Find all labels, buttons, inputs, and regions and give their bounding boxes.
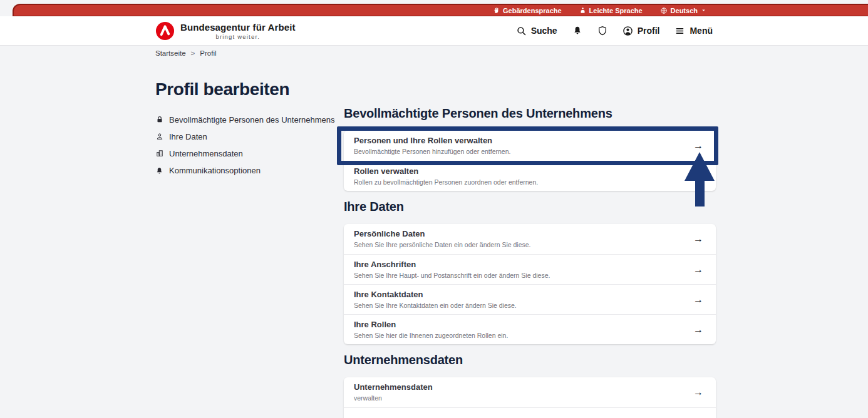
top-bar-link-label: Gebärdensprache: [503, 7, 562, 14]
left-column: Profil bearbeiten Bevollmächtigte Person…: [155, 79, 337, 183]
row-subtitle: Bevollmächtigte Personen hinzufügen oder…: [354, 148, 510, 156]
row-subtitle: Rollen zu bevollmächtigten Personen zuor…: [354, 178, 538, 186]
card-row-link[interactable]: Persönliche DatenSehen Sie Ihre persönli…: [344, 224, 716, 254]
logo-subtitle: bringt weiter.: [215, 33, 260, 40]
lock-icon: [155, 116, 163, 123]
bell-icon: [155, 166, 163, 176]
breadcrumb-item-profil: Profil: [200, 49, 216, 57]
header-action-profile[interactable]: Profil: [623, 26, 660, 36]
row-title: Ihre Anschriften: [354, 260, 550, 270]
top-bar-link-sign-language[interactable]: Gebärdensprache: [493, 7, 562, 14]
row-subtitle: Sehen Sie Ihre Haupt- und Postanschrift …: [354, 272, 550, 280]
arrow-right-icon: →: [693, 387, 703, 398]
row-subtitle: verwalten: [354, 394, 433, 402]
header-action-label: Suche: [531, 26, 557, 36]
header-action-label: Profil: [638, 26, 660, 36]
section-card: Persönliche DatenSehen Sie Ihre persönli…: [344, 224, 716, 344]
top-bar-link-language[interactable]: Deutsch: [660, 7, 706, 14]
row-text: Ihre AnschriftenSehen Sie Ihre Haupt- un…: [354, 260, 550, 280]
card-row-link[interactable]: Rollen verwaltenRollen zu bevollmächtigt…: [344, 161, 716, 191]
search-icon: [516, 26, 527, 36]
page-title: Profil bearbeiten: [155, 79, 337, 100]
row-title: Rollen verwalten: [354, 166, 538, 176]
section-heading: Bevollmächtigte Personen des Unternehmen…: [344, 106, 716, 121]
row-text: Ihre KontaktdatenSehen Sie Ihre Kontaktd…: [354, 290, 517, 310]
header-action-notifications[interactable]: [572, 26, 582, 36]
header-action-label: Menü: [690, 26, 713, 36]
row-text: Persönliche DatenSehen Sie Ihre persönli…: [354, 229, 531, 249]
side-nav-label: Kommunikationsoptionen: [169, 166, 261, 175]
section-card: Personen und Ihre Rollen verwaltenBevoll…: [344, 131, 716, 191]
section-heading: Ihre Daten: [344, 200, 716, 214]
row-title: Ihre Rollen: [354, 320, 508, 330]
content-section: Ihre DatenPersönliche DatenSehen Sie Ihr…: [344, 200, 716, 344]
main-sections: Bevollmächtigte Personen des Unternehmen…: [344, 106, 716, 418]
arrow-right-icon: →: [693, 264, 703, 275]
caret-down-icon: [701, 8, 706, 13]
row-text: Unternehmensdatenverwalten: [354, 382, 433, 402]
side-nav-item[interactable]: Ihre Daten: [155, 132, 337, 141]
side-nav-item[interactable]: Bevollmächtigte Personen des Unternehmen…: [155, 115, 337, 125]
easy-language-icon: [579, 7, 586, 14]
top-bar-link-easy-language[interactable]: Leichte Sprache: [579, 7, 643, 14]
globe-icon: [660, 7, 668, 14]
content-section: UnternehmensdatenUnternehmensdatenverwal…: [344, 353, 716, 418]
arrow-right-icon: →: [693, 171, 703, 182]
side-nav: Bevollmächtigte Personen des Unternehmen…: [155, 115, 337, 183]
side-nav-label: Unternehmensdaten: [169, 149, 243, 158]
side-nav-item[interactable]: Unternehmensdaten: [155, 149, 337, 158]
row-title: Personen und Ihre Rollen verwalten: [354, 136, 510, 146]
agency-logo[interactable]: Bundesagentur für Arbeit bringt weiter.: [155, 21, 296, 41]
top-bar-link-label: Leichte Sprache: [589, 7, 643, 14]
content-section: Bevollmächtigte Personen des Unternehmen…: [344, 106, 716, 191]
side-nav-label: Ihre Daten: [169, 132, 207, 141]
breadcrumb: Startseite>Profil: [155, 49, 217, 57]
row-text: Rollen verwaltenRollen zu bevollmächtigt…: [354, 166, 538, 186]
card-row-link[interactable]: Ihre KontaktdatenSehen Sie Ihre Kontaktd…: [344, 284, 716, 314]
card-row-link[interactable]: Personen und Ihre Rollen verwaltenBevoll…: [344, 131, 716, 161]
bell-icon: [572, 26, 582, 36]
building-icon: [155, 150, 163, 157]
row-subtitle: Sehen Sie Ihre persönliche Daten ein ode…: [354, 241, 531, 249]
sign-language-icon: [493, 7, 500, 14]
breadcrumb-item-startseite[interactable]: Startseite: [155, 49, 186, 57]
arrow-right-icon: →: [693, 324, 703, 335]
row-subtitle: Sehen Sie Ihre Kontaktdaten ein oder änd…: [354, 302, 517, 310]
top-bar-link-label: Deutsch: [671, 7, 698, 14]
row-title: Ihre Kontaktdaten: [354, 290, 517, 300]
arrow-right-icon: →: [693, 294, 703, 305]
row-text: Ihre RollenSehen Sie hier die Ihnenen zu…: [354, 320, 508, 340]
row-subtitle: Sehen Sie hier die Ihnenen zugeordneten …: [354, 332, 508, 340]
card-row-link[interactable]: Ihre AnschriftenSehen Sie Ihre Haupt- un…: [344, 254, 716, 284]
top-bar-links: GebärdenspracheLeichte SpracheDeutsch: [493, 7, 706, 14]
row-title: Unternehmensdaten: [354, 382, 433, 392]
row-title: Persönliche Daten: [354, 229, 531, 239]
section-card: Unternehmensdatenverwalten→Adressen→: [344, 377, 716, 418]
menu-icon: [674, 26, 685, 36]
side-nav-label: Bevollmächtigte Personen des Unternehmen…: [169, 115, 334, 125]
card-row-link[interactable]: Adressen→: [344, 407, 716, 418]
header-action-privacy[interactable]: [597, 26, 607, 36]
card-row-link[interactable]: Unternehmensdatenverwalten→: [344, 377, 716, 407]
site-header: Bundesagentur für Arbeit bringt weiter. …: [0, 16, 868, 46]
breadcrumb-separator: >: [191, 49, 195, 57]
header-action-menu[interactable]: Menü: [674, 26, 713, 36]
header-action-search[interactable]: Suche: [516, 26, 557, 36]
shield-icon: [597, 26, 607, 36]
person-icon: [155, 133, 163, 140]
side-nav-item[interactable]: Kommunikationsoptionen: [155, 166, 337, 176]
arrow-right-icon: →: [693, 233, 703, 245]
row-text: Personen und Ihre Rollen verwaltenBevoll…: [354, 136, 510, 156]
arrow-right-icon: →: [693, 140, 703, 151]
section-heading: Unternehmensdaten: [344, 353, 716, 367]
profile-icon: [623, 26, 633, 36]
top-utility-bar: GebärdenspracheLeichte SpracheDeutsch: [13, 4, 868, 16]
ba-logo-icon: [155, 21, 175, 41]
header-actions: SucheProfilMenü: [516, 26, 713, 36]
card-row-link[interactable]: Ihre RollenSehen Sie hier die Ihnenen zu…: [344, 314, 716, 344]
logo-title: Bundesagentur für Arbeit: [180, 22, 296, 33]
